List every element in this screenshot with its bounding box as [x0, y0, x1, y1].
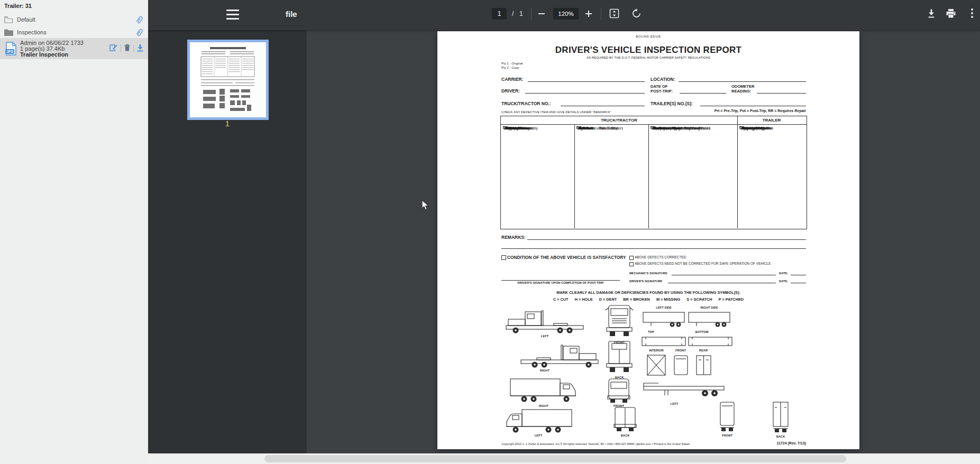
svg-text:JPG: JPG: [6, 50, 13, 53]
diagram-label: RIGHT: [539, 404, 548, 407]
delete-attachment-icon[interactable]: [124, 44, 131, 52]
diagram-label: RIGHT SIDE: [700, 306, 718, 309]
folder-outline-icon: [4, 16, 13, 23]
fit-to-page-icon[interactable]: [607, 6, 621, 20]
diagram-label: BACK: [615, 376, 624, 379]
scrollbar-thumb[interactable]: [264, 455, 846, 462]
jpg-file-icon: JPG: [5, 42, 17, 55]
attachments-sidebar: Trailer: 31 Default Inspections: [0, 0, 148, 464]
diagram-label: TOP: [648, 330, 654, 333]
diagram-labels: LEFTFRONTRIGHTBACKRIGHTFRONTLEFTBACKLEFT…: [437, 31, 859, 449]
sidebar-folder-default[interactable]: Default: [0, 14, 148, 26]
sidebar-title: Trailer: 31: [4, 3, 32, 9]
more-options-icon[interactable]: [965, 6, 979, 20]
diagram-label: INTERIOR: [649, 349, 664, 352]
diagram-label: LEFT SIDE: [656, 306, 672, 309]
page-total: 1: [519, 10, 523, 17]
zoom-out-button[interactable]: [535, 7, 548, 21]
zoom-in-button[interactable]: [582, 7, 596, 21]
footer-form-number: 11724 (Rev. 7/13): [776, 441, 806, 445]
footer-copyright: Copyright 2013 J. J. Keller & Associates…: [501, 442, 690, 446]
app-window: Trailer: 31 Default Inspections: [0, 0, 980, 464]
diagram-label: RIGHT: [540, 369, 549, 372]
page-number-input[interactable]: 1: [492, 8, 507, 20]
zoom-level-input[interactable]: 120%: [553, 8, 579, 20]
mouse-cursor: [422, 200, 431, 210]
divider: [531, 8, 532, 20]
attachment-list-item[interactable]: JPG Admin on 06/06/22 1733 1 page(s) 37.…: [0, 38, 148, 59]
diagram-label: FRONT: [614, 341, 625, 344]
thumbnail-panel: 1: [148, 30, 307, 453]
diagram-label: LEFT: [671, 402, 679, 405]
divider: [121, 44, 121, 52]
download-attachment-icon[interactable]: [136, 44, 144, 52]
diagram-label: BACK: [621, 434, 630, 437]
sidebar-folder-inspections[interactable]: Inspections: [0, 26, 148, 39]
folder-label: Default: [17, 16, 35, 23]
menu-icon[interactable]: [226, 10, 240, 20]
print-icon[interactable]: [944, 6, 958, 20]
divider: [133, 44, 134, 52]
rotate-icon[interactable]: [629, 6, 643, 20]
diagram-label: FRONT: [675, 349, 686, 352]
edit-attachment-icon[interactable]: [109, 44, 118, 52]
diagram-label: BOTTOM: [695, 330, 708, 333]
diagram-label: FRONT: [613, 404, 624, 407]
document-page: BOUND EDGE DRIVER'S VEHICLE INSPECTION R…: [437, 31, 859, 449]
diagram-label: LEFT: [535, 434, 543, 437]
diagram-label: BACK: [776, 435, 785, 438]
diagram-label: REAR: [699, 349, 708, 352]
paperclip-icon[interactable]: [134, 27, 144, 38]
diagram-label: LEFT: [541, 335, 549, 338]
folder-label: Inspections: [17, 29, 47, 35]
attachment-title: Trailer Inspection: [20, 51, 68, 58]
diagram-label: FRONT: [722, 434, 732, 437]
page-thumbnail[interactable]: [187, 40, 269, 120]
download-icon[interactable]: [924, 6, 938, 20]
divider: [601, 8, 601, 20]
folder-filled-icon: [4, 29, 13, 36]
document-title: file: [286, 10, 297, 18]
thumbnail-page-number: 1: [148, 119, 307, 128]
horizontal-scrollbar[interactable]: [148, 453, 980, 464]
page-separator: /: [512, 10, 514, 17]
pdf-toolbar: file 1 / 1 120%: [148, 0, 980, 30]
paperclip-icon[interactable]: [134, 14, 144, 25]
